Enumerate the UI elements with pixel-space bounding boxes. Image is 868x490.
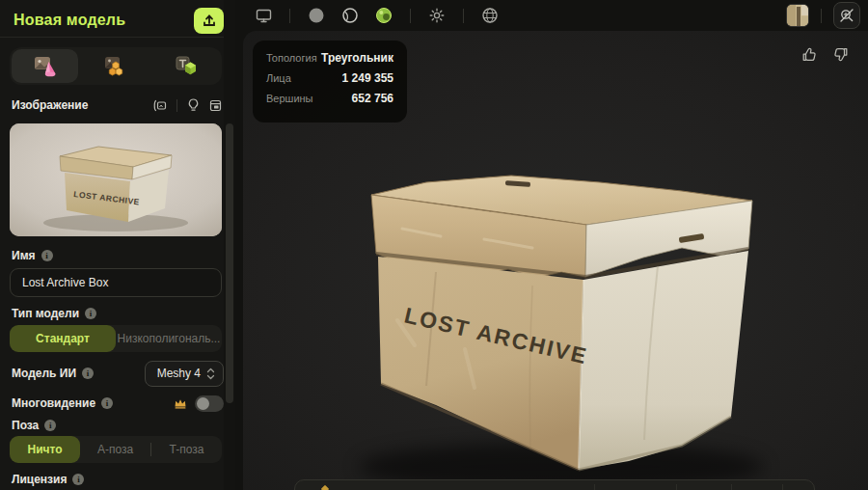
image-to-texture-icon — [102, 54, 129, 79]
page-title: Новая модель — [14, 12, 125, 29]
stat-row-topology: Топология Треугольник — [266, 51, 393, 71]
tab-image-to-3d[interactable] — [12, 49, 78, 83]
credits-gem-icon — [321, 485, 329, 490]
chevron-up-down-icon — [206, 368, 215, 380]
image-section-header: Изображение — [12, 96, 222, 114]
lightbulb-button[interactable] — [187, 98, 200, 112]
lighting-button[interactable] — [426, 5, 448, 26]
display-mode-button[interactable] — [253, 5, 274, 26]
license-label: Лицензия — [12, 473, 67, 486]
model-type-option-standard[interactable]: Стандарт — [10, 325, 116, 352]
thumbs-up-icon — [801, 46, 818, 63]
name-label: Имя — [12, 249, 36, 262]
sidebar-header: Новая модель — [14, 6, 224, 35]
pose-segmented: Ничто A-поза T-поза — [10, 436, 222, 463]
textured-sphere-icon — [375, 7, 393, 24]
stat-row-vertices: Вершины 652 756 — [266, 92, 393, 112]
environment-button[interactable] — [479, 5, 501, 26]
toggle-knob — [197, 397, 209, 410]
pose-option-t[interactable]: T-поза — [151, 436, 222, 463]
rating-controls — [801, 46, 849, 63]
thumbs-down-button[interactable] — [832, 46, 849, 63]
stat-label: Лица — [266, 72, 291, 84]
archive-box-model: LOST ARCHIVE — [371, 176, 752, 470]
ai-model-label: Модель ИИ — [12, 367, 76, 380]
stat-label: Вершины — [266, 93, 313, 104]
tab-text-to-3d[interactable] — [153, 49, 220, 83]
info-icon[interactable]: i — [82, 368, 94, 379]
wireframe-mode-button[interactable] — [339, 5, 361, 26]
bar-divider — [782, 484, 783, 490]
sidebar-scrollbar[interactable] — [226, 123, 233, 403]
mini-divider — [176, 99, 177, 112]
stat-row-faces: Лица 1 249 355 — [266, 71, 393, 92]
swap-image-icon — [152, 99, 167, 112]
info-icon[interactable]: i — [72, 474, 84, 485]
environment-sphere-icon — [481, 7, 499, 24]
source-image-thumbnail[interactable]: LOST ARCHIVE — [10, 123, 222, 236]
toolbar-divider — [289, 9, 290, 23]
texture-map-thumbnail[interactable] — [786, 4, 809, 27]
image-section-label: Изображение — [12, 98, 152, 112]
name-label-row: Имя i — [12, 249, 53, 262]
model-type-option-lowpoly[interactable]: Низкополигональ... — [116, 325, 222, 352]
info-icon[interactable]: i — [85, 308, 96, 319]
thumbs-down-icon — [832, 46, 849, 63]
pose-option-none[interactable]: Ничто — [10, 436, 80, 463]
inspect-zoom-toggle-button[interactable] — [833, 2, 860, 29]
lightbulb-icon — [187, 98, 200, 112]
model-type-label-row: Тип модели i — [12, 307, 96, 320]
upload-button[interactable] — [194, 8, 224, 34]
upload-icon — [203, 14, 216, 27]
info-icon[interactable]: i — [44, 420, 56, 431]
monitor-icon — [256, 9, 272, 23]
panel-icon — [209, 99, 222, 112]
sidebar: Новая модель — [0, 0, 235, 490]
multiview-label-row: Многовидение i — [12, 396, 113, 410]
pose-label-row: Поза i — [12, 419, 56, 432]
sidebar-scrollbar-track — [224, 0, 235, 490]
swap-image-button[interactable] — [152, 99, 167, 112]
brightness-icon — [429, 8, 445, 23]
input-mode-tabs — [10, 47, 222, 85]
model-type-segmented: Стандарт Низкополигональ... — [10, 325, 222, 352]
bottom-action-bar[interactable] — [294, 479, 815, 490]
multiview-toggle[interactable] — [195, 395, 224, 412]
ai-model-select[interactable]: Meshy 4 — [145, 361, 224, 387]
pose-option-a[interactable]: A-поза — [80, 436, 150, 463]
text-to-3d-icon — [173, 54, 200, 79]
stat-value: 1 249 355 — [342, 71, 393, 85]
magnifier-off-icon — [839, 8, 854, 23]
toolbar-divider — [410, 9, 411, 23]
ai-model-value: Meshy 4 — [157, 367, 201, 380]
main-area: LOST ARCHIVE Топология Треугольник Лица … — [235, 0, 868, 490]
name-input[interactable] — [10, 268, 222, 297]
texture-map-image — [787, 5, 809, 27]
model-type-label: Тип модели — [12, 307, 79, 320]
shaded-sphere-icon — [308, 7, 325, 24]
shaded-mode-button[interactable] — [306, 5, 327, 26]
stat-value: Треугольник — [321, 51, 393, 65]
image-to-3d-icon — [32, 54, 59, 79]
toolbar-divider — [821, 9, 822, 23]
info-icon[interactable]: i — [101, 397, 113, 409]
ai-model-row: Модель ИИ i Meshy 4 — [12, 360, 224, 387]
bar-divider — [731, 484, 732, 490]
mesh-stats-panel: Топология Треугольник Лица 1 249 355 Вер… — [253, 41, 407, 122]
multiview-row: Многовидение i — [12, 394, 224, 413]
info-icon[interactable]: i — [41, 250, 53, 261]
tab-image-to-texture[interactable] — [82, 49, 149, 83]
wireframe-sphere-icon — [341, 7, 359, 24]
3d-viewport: LOST ARCHIVE Топология Треугольник Лица … — [243, 31, 868, 490]
license-label-row: Лицензия i — [12, 473, 84, 486]
bar-divider — [676, 484, 677, 490]
panel-button[interactable] — [209, 99, 222, 112]
pose-label: Поза — [12, 419, 39, 432]
multiview-label: Многовидение — [12, 396, 95, 410]
textured-mode-button[interactable] — [373, 5, 394, 26]
bar-divider — [594, 484, 595, 490]
toolbar-divider — [463, 9, 464, 23]
ai-model-label-row: Модель ИИ i — [12, 367, 94, 380]
thumbs-up-button[interactable] — [801, 46, 818, 63]
stat-value: 652 756 — [352, 92, 393, 105]
